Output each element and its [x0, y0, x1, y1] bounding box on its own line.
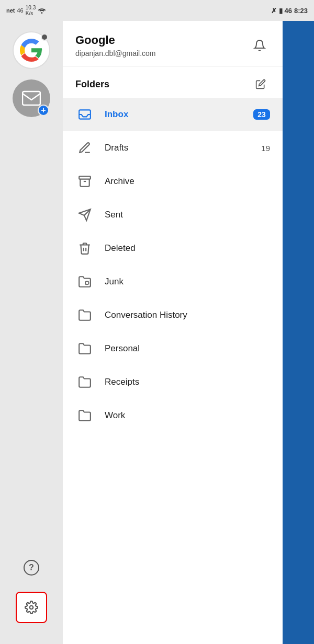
drafts-folder-icon — [75, 139, 94, 157]
folder-item-receipts[interactable]: Receipts — [63, 365, 283, 399]
drafts-label: Drafts — [105, 143, 261, 153]
folders-header: Folders — [63, 66, 283, 98]
account-indicator-dot — [41, 33, 48, 41]
wifi-icon — [38, 7, 46, 14]
network-speed: 10.3K/s — [26, 5, 36, 16]
folder-item-personal[interactable]: Personal — [63, 332, 283, 365]
battery-icon: ▮ — [279, 7, 283, 15]
junk-folder-icon — [75, 272, 94, 291]
help-button[interactable]: ? — [16, 552, 47, 583]
mail-icon — [22, 89, 41, 108]
account-name: Google — [75, 33, 156, 47]
sent-label: Sent — [105, 210, 270, 220]
bell-icon — [253, 39, 266, 52]
gear-icon — [25, 601, 38, 614]
signal-strength: 46 — [17, 7, 24, 14]
google-account-avatar[interactable] — [13, 31, 50, 69]
svg-point-0 — [41, 12, 43, 14]
archive-folder-icon — [75, 172, 94, 191]
folder-item-drafts[interactable]: Drafts 19 — [63, 131, 283, 165]
folder-item-archive[interactable]: Archive — [63, 165, 283, 198]
folder-item-sent[interactable]: Sent — [63, 198, 283, 232]
settings-button[interactable] — [16, 592, 47, 623]
inbox-label: Inbox — [105, 109, 253, 120]
account-info: Google dipanjan.dbl@gmail.com — [75, 33, 156, 58]
archive-label: Archive — [105, 176, 270, 187]
status-right: ✗ ▮ 46 8:23 — [271, 7, 308, 15]
account-header: Google dipanjan.dbl@gmail.com — [63, 21, 283, 66]
bluetooth-icon: ✗ — [271, 7, 277, 15]
main-layout: + ? Google dipanjan.dbl@gmail.com — [0, 21, 314, 644]
folder-item-junk[interactable]: Junk — [63, 265, 283, 298]
sidebar: + ? — [0, 21, 63, 644]
edit-folders-button[interactable] — [251, 75, 270, 94]
status-bar: net 46 10.3K/s ✗ ▮ 46 8:23 — [0, 0, 314, 21]
pencil-icon — [255, 79, 266, 89]
work-label: Work — [105, 410, 270, 421]
carrier-text: net — [6, 7, 15, 14]
conversation-history-folder-icon — [75, 306, 94, 325]
personal-label: Personal — [105, 343, 270, 354]
account-email: dipanjan.dbl@gmail.com — [75, 49, 156, 58]
svg-rect-4 — [79, 176, 91, 179]
sidebar-bottom: ? — [16, 552, 47, 623]
time-display: 8:23 — [294, 7, 308, 15]
help-icon: ? — [24, 560, 39, 576]
email-panel — [283, 21, 314, 644]
status-left: net 46 10.3K/s — [6, 5, 46, 16]
folder-list: Inbox 23 Drafts 19 — [63, 98, 283, 644]
work-folder-icon — [75, 406, 94, 425]
folder-item-work[interactable]: Work — [63, 399, 283, 432]
svg-point-2 — [30, 606, 33, 610]
personal-folder-icon — [75, 339, 94, 358]
folder-item-deleted[interactable]: Deleted — [63, 232, 283, 265]
svg-line-8 — [85, 284, 86, 285]
inbox-folder-icon — [75, 105, 94, 124]
receipts-label: Receipts — [105, 377, 270, 387]
navigation-drawer: Google dipanjan.dbl@gmail.com Folders — [63, 21, 283, 644]
battery-level: 46 — [285, 7, 292, 15]
deleted-folder-icon — [75, 239, 94, 258]
drafts-count: 19 — [261, 144, 270, 153]
junk-label: Junk — [105, 277, 270, 287]
inbox-badge: 23 — [253, 109, 270, 120]
notifications-button[interactable] — [249, 35, 270, 56]
google-logo — [20, 39, 43, 62]
folders-title: Folders — [75, 79, 109, 90]
sent-folder-icon — [75, 205, 94, 224]
svg-rect-1 — [23, 91, 40, 105]
add-account-button[interactable]: + — [38, 105, 49, 116]
deleted-label: Deleted — [105, 243, 270, 254]
mail-account-avatar[interactable]: + — [13, 79, 50, 117]
conversation-history-label: Conversation History — [105, 310, 270, 320]
receipts-folder-icon — [75, 373, 94, 392]
folder-item-conversation-history[interactable]: Conversation History — [63, 298, 283, 332]
folder-item-inbox[interactable]: Inbox 23 — [63, 98, 283, 131]
